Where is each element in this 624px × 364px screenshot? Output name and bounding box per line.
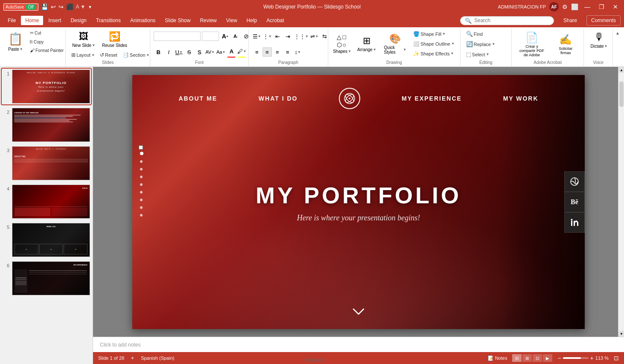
comments-button[interactable]: Comments (586, 15, 621, 26)
replace-icon: 🔄 (466, 41, 473, 47)
find-button[interactable]: 🔍 Find (464, 29, 497, 38)
layout-button[interactable]: ⊞ Layout ▼ (69, 51, 97, 59)
columns-button[interactable]: ⋮⋮▼ (294, 32, 309, 41)
customize-icon[interactable]: A ▼ (76, 4, 86, 10)
search-input[interactable] (474, 17, 542, 23)
menu-help[interactable]: Help (242, 16, 262, 25)
customize-ribbon-icon[interactable]: ⚙ (562, 3, 568, 10)
numbered-list-button[interactable]: ⋮▼ (262, 32, 272, 41)
shape-fill-button[interactable]: 🪣 Shape Fill ▼ (411, 30, 457, 38)
arrange-button[interactable]: ⊞ Arrange ▼ (354, 29, 379, 58)
slide-main: ABOUT ME WHAT I DO (132, 75, 585, 329)
align-right-button[interactable]: ≡ (273, 47, 282, 57)
text-shadow-button[interactable]: S (195, 47, 204, 57)
quick-styles-button[interactable]: 🎨 Quick Styles ▼ (381, 29, 410, 58)
shapes-button[interactable]: △□ ⬡○ Shapes ▼ (332, 29, 353, 58)
font-group: A+ A- ⊘ B I U▼ S S AV▼ Aa▼ A 🖊▼ (150, 29, 249, 66)
user-avatar[interactable]: AF (549, 2, 559, 12)
menu-insert[interactable]: Insert (44, 16, 65, 25)
menu-view[interactable]: View (222, 16, 242, 25)
menu-design[interactable]: Design (66, 16, 90, 25)
menu-acrobat[interactable]: Acrobat (262, 16, 288, 25)
autosave-toggle[interactable]: Off (25, 4, 36, 10)
select-button[interactable]: ⬚ Select ▼ (464, 50, 497, 59)
increase-indent-button[interactable]: ⇥ (283, 32, 293, 41)
font-color-button[interactable]: A (227, 47, 236, 56)
restore-button[interactable]: ❐ (596, 3, 607, 11)
slide-thumb-4[interactable]: 4 FOLIO (2, 184, 91, 220)
save-icon[interactable]: 💾 (41, 3, 48, 10)
paste-dropdown[interactable]: ▼ (20, 47, 23, 51)
align-left-button[interactable]: ≡ (252, 47, 262, 57)
line-spacing-button[interactable]: ↕▼ (293, 47, 303, 57)
nav-what-i-do[interactable]: WHAT I DO (259, 95, 298, 102)
present-icon[interactable]: ⬛ (66, 3, 73, 10)
justify-button[interactable]: ≡ (283, 47, 292, 57)
reuse-slides-button[interactable]: 🔁 Reuse Slides (99, 29, 130, 50)
text-direction-button[interactable]: ⇌▼ (310, 32, 319, 41)
decrease-indent-button[interactable]: ⇤ (273, 32, 283, 41)
slide-thumb-5[interactable]: 5 WHAT I DO ⊞ ⊞ ⊞ (2, 222, 91, 258)
bold-button[interactable]: B (154, 47, 163, 57)
scroll-up-button[interactable]: ▲ (618, 67, 624, 73)
cut-button[interactable]: ✂ Cut (28, 29, 66, 37)
linkedin-icon[interactable] (564, 212, 585, 233)
behance-icon[interactable]: Bē (564, 192, 585, 212)
redo-icon[interactable]: ↪ (58, 3, 64, 10)
font-family-input[interactable] (154, 32, 201, 41)
menu-file[interactable]: File (3, 16, 20, 25)
copy-button[interactable]: ⎘ Copy (28, 38, 66, 46)
undo-icon[interactable]: ↩ (51, 3, 56, 10)
search-bar[interactable]: 🔍 (460, 16, 554, 25)
nav-my-experience[interactable]: MY EXPERIENCE (402, 95, 462, 102)
slide-thumb-6[interactable]: 6 MY EXPERIENCE (2, 260, 91, 296)
ribbon-display-icon[interactable]: ⬜ (571, 3, 578, 10)
increase-font-button[interactable]: A+ (220, 32, 230, 41)
create-share-pdf-button[interactable]: 📄 Crear y compartir PDF de Adobe (515, 29, 548, 59)
menu-transitions[interactable]: Transitions (92, 16, 125, 25)
align-center-button[interactable]: ≡ (262, 47, 272, 57)
menu-review[interactable]: Review (195, 16, 221, 25)
reset-button[interactable]: ↺ Reset (98, 51, 120, 59)
notes-bar[interactable]: Click to add notes (93, 337, 624, 352)
collapse-ribbon-button[interactable]: ▲ (614, 30, 621, 36)
section-button[interactable]: 📑 Section ▼ (120, 51, 152, 59)
dribbble-icon[interactable] (564, 171, 585, 192)
select-label: Select (472, 52, 485, 57)
font-size-input[interactable] (202, 32, 219, 41)
menu-slideshow[interactable]: Slide Show (160, 16, 195, 25)
dictate-button[interactable]: 🎙 Dictate ▼ (587, 29, 610, 51)
italic-button[interactable]: I (164, 47, 173, 57)
selection-handle[interactable] (139, 145, 143, 150)
share-button[interactable]: Share (557, 16, 583, 25)
scrollbar-thumb[interactable] (619, 81, 624, 107)
shape-effects-button[interactable]: ✨ Shape Effects ▼ (411, 49, 457, 58)
new-slide-dropdown[interactable]: ▼ (92, 43, 95, 47)
slide-thumb-2[interactable]: 2 CONTENT OF THE TEMPLATE (2, 107, 91, 143)
strikethrough-button[interactable]: S (184, 47, 194, 57)
case-button[interactable]: Aa▼ (216, 47, 226, 57)
slide-thumb-1[interactable]: 1 ABOUT MEWHAT I DO⊕MY EXPERIENCEMY WORK… (2, 69, 91, 104)
minimize-button[interactable]: — (582, 3, 593, 11)
replace-button[interactable]: 🔄 Replace ▼ (464, 40, 497, 49)
highlight-button[interactable]: 🖊▼ (237, 47, 247, 56)
format-painter-button[interactable]: 🖌 Format Painter (28, 46, 66, 54)
autosave-badge[interactable]: AutoSave Off (3, 3, 38, 11)
nav-about-me[interactable]: ABOUT ME (178, 95, 217, 102)
paste-button[interactable]: 📋 Paste ▼ (5, 29, 26, 55)
request-signatures-button[interactable]: ✍ Solicitar firmas (551, 32, 580, 57)
shape-outline-button[interactable]: ⬜ Shape Outline ▼ (411, 40, 457, 48)
scrollbar-track[interactable] (618, 73, 624, 331)
quick-access-arrow[interactable]: ▼ (88, 5, 92, 9)
menu-home[interactable]: Home (21, 16, 43, 25)
bullet-list-button[interactable]: ☰▼ (252, 32, 262, 41)
underline-button[interactable]: U▼ (174, 47, 184, 57)
new-slide-button[interactable]: 🖼 New Slide ▼ (69, 29, 98, 50)
scroll-down-button[interactable]: ▼ (618, 331, 624, 337)
menu-animations[interactable]: Animations (126, 16, 160, 25)
decrease-font-button[interactable]: A- (231, 32, 240, 41)
char-spacing-button[interactable]: AV▼ (205, 47, 215, 57)
close-button[interactable]: ✕ (610, 3, 621, 11)
nav-my-work[interactable]: MY WORK (503, 95, 539, 102)
slide-thumb-3[interactable]: 3 ABOUT MEWHAT I DO⊕MY EXPERIENCE ABOUT … (2, 145, 91, 181)
